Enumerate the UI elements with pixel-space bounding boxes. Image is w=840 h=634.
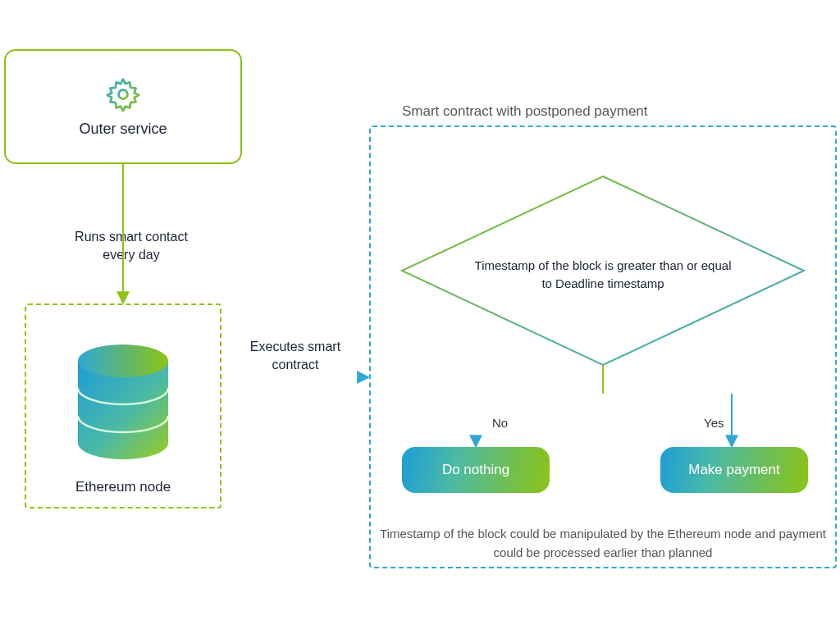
diagram-root: Outer service Runs smart contact every d… xyxy=(0,0,840,634)
run-label: Runs smart contact every day xyxy=(57,228,205,265)
outer-service-box: Outer service xyxy=(4,49,242,164)
ethereum-node-box: Ethereum node xyxy=(25,303,221,509)
no-branch-label: No xyxy=(492,416,508,430)
make-payment-label: Make payment xyxy=(688,462,780,478)
decision-diamond: Timestamp of the block is greater than o… xyxy=(398,172,808,369)
risk-note: Timestamp of the block could be manipula… xyxy=(377,525,829,562)
yes-branch-label: Yes xyxy=(704,416,724,430)
gear-icon xyxy=(105,76,141,112)
make-payment-action: Make payment xyxy=(660,447,808,493)
do-nothing-label: Do nothing xyxy=(442,462,509,478)
svg-point-1 xyxy=(78,344,168,377)
executes-label: Executes smart contract xyxy=(234,338,357,375)
decision-text: Timestamp of the block is greater than o… xyxy=(472,256,734,293)
do-nothing-action: Do nothing xyxy=(402,447,550,493)
svg-point-0 xyxy=(119,89,128,98)
smart-contract-title: Smart contract with postponed payment xyxy=(402,103,648,120)
outer-service-label: Outer service xyxy=(79,121,167,138)
ethereum-node-label: Ethereum node xyxy=(75,479,171,495)
database-cylinder-icon xyxy=(70,340,176,463)
